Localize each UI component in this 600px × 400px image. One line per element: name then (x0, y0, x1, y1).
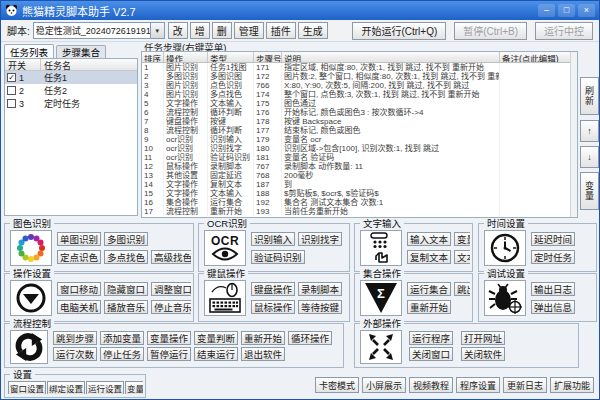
move-down-button[interactable]: ↓ (580, 146, 599, 168)
flow-button-r1-6[interactable]: 循环操作 (288, 331, 332, 345)
task-checkbox[interactable] (7, 86, 16, 95)
settings-button-2[interactable]: 绑定设置 (47, 381, 85, 394)
ocr-button-r2-1[interactable]: 验证码识别 (251, 250, 305, 264)
bottom-button-6[interactable]: 扩展功能 (550, 377, 594, 393)
flow-button-r2-4[interactable]: 结束运行 (194, 347, 238, 361)
ocr-button-r1-2[interactable]: 识别找字 (298, 232, 342, 246)
bottom-button-4[interactable]: 程序设置 (456, 377, 500, 393)
step-row-4[interactable]: 4图片识别多点找色174整个窗口, 点色数:3, 次数:1, 找到 跳过, 找不… (142, 90, 577, 99)
task-row-1[interactable]: ✓1任务1 (5, 71, 137, 84)
bottom-button-1[interactable]: 卡密模式 (315, 377, 359, 393)
keymouse-button-r2-2[interactable]: 等待按键 (298, 300, 342, 314)
action-button-r2-1[interactable]: 电脑关机 (57, 300, 101, 314)
color-button-r2-3[interactable]: 高级找色 (151, 250, 191, 264)
maximize-button[interactable]: □ (558, 4, 575, 17)
flow-button-r1-1[interactable]: 跳到步骤 (53, 331, 97, 345)
step-row-12[interactable]: 12鼠标操作录制脚本767录制脚本 动作数量: 11 (142, 162, 577, 171)
flow-button-r2-2[interactable]: 停止任务 (100, 347, 144, 361)
step-row-15[interactable]: 15文字操作文本输入188$剪贴板$, $ocr$, $验证码$ (142, 189, 577, 198)
collection-button-r2-1[interactable]: 重新开始 (407, 300, 451, 314)
refresh-button[interactable]: 刷新 (580, 77, 599, 115)
keymouse-button-r1-2[interactable]: 录制脚本 (298, 282, 342, 296)
step-row-16[interactable]: 16集合操作运行集合192集合名 测试文本集合 次数:1 (142, 198, 577, 207)
bottom-button-3[interactable]: 视频教程 (409, 377, 453, 393)
script-action-button-2[interactable]: 增 (190, 22, 210, 39)
bottom-button-5[interactable]: 更新日志 (503, 377, 547, 393)
step-row-9[interactable]: 9ocr识别识别输入179变量名 ocr (142, 135, 577, 144)
step-row-1[interactable]: 1图片识别任务1找图171指定区域, 相似度:80, 次数:1, 找到 跳过, … (142, 63, 577, 72)
step-row-13[interactable]: 13其他设置固定延迟768200毫秒 (142, 171, 577, 180)
text-button-r1-1[interactable]: 输入文本 (407, 232, 451, 246)
color-button-r2-1[interactable]: 定点识色 (57, 250, 101, 264)
debug-button-r2-1[interactable]: 弹出信息 (531, 300, 575, 314)
script-action-button-5[interactable]: 插件 (266, 22, 296, 39)
move-up-button[interactable]: ↑ (580, 120, 599, 142)
task-checkbox[interactable] (7, 99, 16, 108)
settings-button-3[interactable]: 运行设置 (86, 381, 124, 394)
tab-step-collection[interactable]: 步骤集合 (56, 45, 106, 58)
action-button-r2-3[interactable]: 停止音乐 (151, 300, 191, 314)
step-row-8[interactable]: 8流程控制循环判断177结束标记, 颜色或图色 (142, 126, 577, 135)
task-row-2[interactable]: 2任务2 (5, 84, 137, 97)
task-row-3[interactable]: 3定时任务 (5, 97, 137, 110)
tab-task-list[interactable]: 任务列表 (4, 44, 54, 58)
flow-button-r2-1[interactable]: 运行次数 (53, 347, 97, 361)
script-action-button-1[interactable]: 改 (168, 22, 188, 39)
bottom-button-2[interactable]: 小屏展示 (362, 377, 406, 393)
color-button-r1-2[interactable]: 多图识别 (104, 232, 148, 246)
action-button-r1-2[interactable]: 隐藏窗口 (104, 282, 148, 296)
script-action-button-3[interactable]: 删 (212, 22, 232, 39)
collection-button-r1-2[interactable]: 跳出集合 (454, 282, 470, 296)
step-row-11[interactable]: 11ocr识别验证码识别181变量名 验证码 (142, 153, 577, 162)
flow-button-r1-4[interactable]: 变量判断 (194, 331, 238, 345)
external-button-r1-1[interactable]: 运行程序 (409, 331, 453, 345)
step-row-5[interactable]: 5文字操作文本输入175图色通过 (142, 99, 577, 108)
color-button-r2-2[interactable]: 多点找色 (104, 250, 148, 264)
collection-button-r1-1[interactable]: 运行集合 (407, 282, 451, 296)
step-row-6[interactable]: 6流程控制循环判断176开始标记, 颜色或图色3 : 按次数循环->4 (142, 108, 577, 117)
flow-button-r1-5[interactable]: 重新开始 (241, 331, 285, 345)
step-row-3[interactable]: 3图片识别点色识别766X:80, Y:90, 次数:5, 间隔:200, 找到… (142, 81, 577, 90)
color-button-r1-1[interactable]: 单图识别 (57, 232, 101, 246)
variable-button[interactable]: 变量 (580, 172, 599, 210)
external-button-r2-2[interactable]: 关闭软件 (461, 347, 505, 361)
group-title: 集合操作 (360, 268, 404, 279)
minimize-button[interactable]: – (538, 4, 555, 17)
keymouse-button-r2-1[interactable]: 鼠标操作 (251, 300, 295, 314)
keymouse-button-r1-1[interactable]: 键盘操作 (251, 282, 295, 296)
script-action-button-6[interactable]: 生成 (298, 22, 328, 39)
time-button-r1-1[interactable]: 延迟时间 (531, 232, 575, 246)
time-button-r2-1[interactable]: 定时任务 (531, 250, 575, 264)
external-button-r1-2[interactable]: 打开网址 (461, 331, 505, 345)
text-button-r2-2[interactable]: 文本写出 (454, 250, 470, 264)
steps-table[interactable]: 排序操作类型步骤号说明备注(点此编辑) 1图片识别任务1找图171指定区域, 相… (141, 51, 578, 218)
flow-button-r2-5[interactable]: 退出软件 (241, 347, 285, 361)
settings-button-4[interactable]: 变量设置 (125, 381, 143, 394)
start-run-button[interactable]: 开始运行(Ctrl+Q) (352, 22, 446, 40)
steps-col-header-6[interactable]: 备注(点此编辑) (500, 52, 577, 62)
action-button-r1-3[interactable]: 调整窗口 (151, 282, 191, 296)
action-button-r1-1[interactable]: 窗口移动 (57, 282, 101, 296)
task-checkbox[interactable]: ✓ (7, 73, 16, 82)
settings-button-1[interactable]: 窗口设置 (8, 381, 46, 394)
debug-button-r1-1[interactable]: 输出日志 (531, 282, 575, 296)
step-row-14[interactable]: 14文字操作复制文本187到 (142, 180, 577, 189)
step-cell: 7 (142, 117, 164, 126)
chevron-down-icon[interactable]: ▼ (150, 23, 164, 38)
step-row-7[interactable]: 7键盘操作按键178按键 Backspace (142, 117, 577, 126)
script-action-button-4[interactable]: 管理 (234, 22, 264, 39)
steps-scrollbar[interactable] (570, 52, 577, 217)
close-button[interactable]: × (578, 4, 595, 17)
external-button-r2-1[interactable]: 关闭窗口 (409, 347, 453, 361)
script-dropdown[interactable]: 稳定性测试_2024072619191 ▼ (33, 22, 165, 39)
text-button-r2-1[interactable]: 复制文本 (407, 250, 451, 264)
step-row-2[interactable]: 2多图识别多图识图172图片数:2, 整个窗口, 相似度:80, 次数:1, 找… (142, 72, 577, 81)
flow-button-r2-3[interactable]: 暂停运行 (147, 347, 191, 361)
step-row-17[interactable]: 17流程控制重新开始193当前任务重新开始 (142, 207, 577, 216)
text-button-r1-2[interactable]: 变量输入框 (454, 232, 470, 246)
flow-button-r1-2[interactable]: 添加变量 (100, 331, 144, 345)
step-row-10[interactable]: 10ocr识别识别找字180识别区域->包含[100], 识别次数:1, 找到 … (142, 144, 577, 153)
flow-button-r1-3[interactable]: 变量操作 (147, 331, 191, 345)
ocr-button-r1-1[interactable]: 识别输入 (251, 232, 295, 246)
action-button-r2-2[interactable]: 播放音乐 (104, 300, 148, 314)
